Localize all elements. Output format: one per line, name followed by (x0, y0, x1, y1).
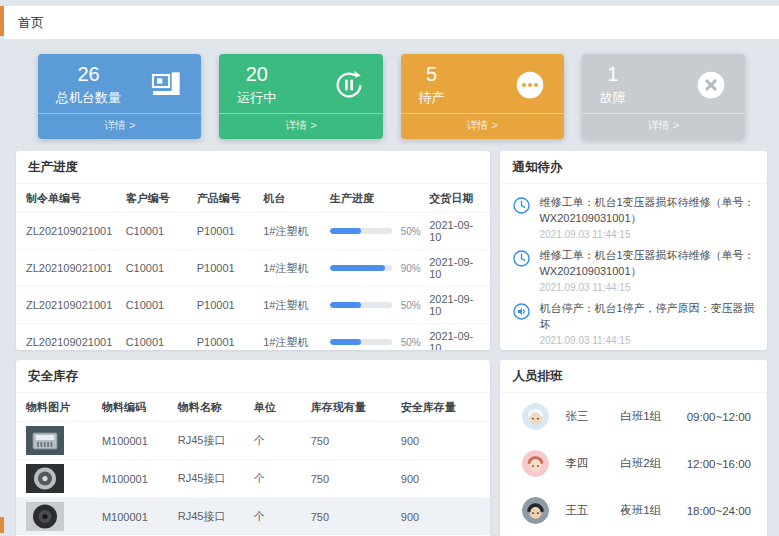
delivery-date: 2021-09-10 (419, 287, 490, 324)
customer-no: C10001 (116, 250, 187, 287)
clock-icon (512, 196, 531, 215)
staff-time: 09:00~12:00 (687, 411, 751, 423)
progress-percent: 90% (401, 263, 421, 274)
panels-grid: 生产进度 制令单编号 客户编号 产品编号 机台 生产进度 交货日期 (16, 151, 767, 536)
notification-text: 维修工单：机台1变压器损坏待维修（单号：WX202109031001） (539, 248, 755, 280)
progress-bar: 90% (330, 263, 414, 274)
machine-icon (151, 69, 183, 101)
clock-icon (512, 249, 531, 268)
delivery-date: 2021-09-10 (419, 250, 490, 287)
column-header: 制令单编号 (16, 184, 116, 213)
safety-stock-qty: 900 (391, 422, 491, 460)
stat-label: 待产 (419, 89, 445, 107)
staff-time: 12:00~16:00 (687, 458, 751, 470)
stat-detail-link[interactable]: 详情 > (582, 113, 745, 139)
product-no: P10001 (187, 324, 253, 351)
material-name: RJ45接口 (168, 460, 244, 498)
material-code: M100001 (92, 498, 168, 536)
machine: 1#注塑机 (253, 324, 319, 351)
tools-icon (695, 69, 727, 101)
column-header: 库存现有量 (301, 393, 391, 422)
production-header-row: 制令单编号 客户编号 产品编号 机台 生产进度 交货日期 (16, 184, 490, 213)
panel-title: 生产进度 (16, 151, 490, 184)
safety-stock-qty: 900 (391, 460, 491, 498)
column-header: 物料编码 (92, 393, 168, 422)
column-header: 物料名称 (168, 393, 244, 422)
order-no: ZL202109021001 (16, 250, 116, 287)
tab-home[interactable]: 首页 (18, 14, 44, 32)
stock-on-hand: 750 (301, 460, 391, 498)
material-unit: 个 (244, 460, 301, 498)
panel-title: 人员排班 (500, 360, 767, 393)
product-no: P10001 (187, 287, 253, 324)
stat-detail-link[interactable]: 详情 > (219, 113, 382, 139)
material-name: RJ45接口 (168, 498, 244, 536)
progress-percent: 50% (401, 337, 421, 348)
stat-card-total-machines[interactable]: 26 总机台数量 详情 > (38, 54, 201, 139)
notification-time: 2021.09.03 11:44:15 (539, 335, 755, 346)
production-row: ZL202109021001 C10001 P10001 1#注塑机 50% 2… (16, 324, 490, 351)
progress-percent: 50% (401, 300, 421, 311)
production-row: ZL202109021001 C10001 P10001 1#注塑机 50% 2… (16, 287, 490, 324)
stat-card-fault[interactable]: 1 故障 详情 > (582, 54, 745, 139)
stock-on-hand: 750 (301, 422, 391, 460)
stat-value: 1 (600, 63, 626, 86)
progress-bar: 50% (330, 300, 414, 311)
delivery-date: 2021-09-10 (419, 213, 490, 250)
inventory-header-row: 物料图片 物料编码 物料名称 单位 库存现有量 安全库存量 (16, 393, 490, 422)
progress-bar: 50% (330, 337, 414, 348)
staff-name: 王五 (565, 503, 620, 518)
notification-text: 机台停产：机台1停产，停产原因：变压器损坏 (539, 301, 755, 333)
notification-time: 2021.09.03 11:44:15 (539, 229, 755, 240)
material-name: RJ45接口 (168, 422, 244, 460)
schedule-row: 王五 夜班1组 18:00~24:00 (500, 487, 767, 534)
column-header: 产品编号 (187, 184, 253, 213)
machine: 1#注塑机 (253, 250, 319, 287)
stat-detail-link[interactable]: 详情 > (401, 113, 564, 139)
inventory-table: 物料图片 物料编码 物料名称 单位 库存现有量 安全库存量 (16, 393, 490, 535)
avatar (522, 497, 549, 524)
panel-staff-schedule: 人员排班 张三 白班1组 09:00~12:00 (500, 360, 767, 536)
machine: 1#注塑机 (253, 287, 319, 324)
column-header: 安全库存量 (391, 393, 491, 422)
schedule-row: 李四 白班2组 12:00~16:00 (500, 440, 767, 487)
production-row: ZL202109021001 C10001 P10001 1#注塑机 50% 2… (16, 213, 490, 250)
notification-item[interactable]: 维修工单：机台1变压器损坏待维修（单号：WX202109031001） 2021… (500, 241, 767, 294)
left-accent-bottom (0, 517, 4, 533)
material-code: M100001 (92, 422, 168, 460)
column-header: 物料图片 (16, 393, 92, 422)
inventory-row: M100001 RJ45接口 个 750 900 (16, 422, 490, 460)
rj45-connector-photo (26, 426, 64, 455)
panel-title: 安全库存 (16, 360, 490, 393)
stat-value: 20 (237, 63, 276, 86)
stat-label: 故障 (600, 89, 626, 107)
safety-stock-qty: 900 (391, 498, 491, 536)
column-header: 生产进度 (320, 184, 420, 213)
inventory-row: M100001 RJ45接口 个 750 900 (16, 498, 490, 536)
panel-notifications: 通知待办 维修工单：机台1变压器损坏待维修（单号：WX202109031001）… (500, 151, 767, 350)
inventory-row: M100001 RJ45接口 个 750 900 (16, 460, 490, 498)
staff-shift: 夜班1组 (620, 503, 686, 518)
order-no: ZL202109021001 (16, 287, 116, 324)
speaker-icon (512, 302, 531, 321)
topbar: 首页 (4, 6, 779, 40)
order-no: ZL202109021001 (16, 213, 116, 250)
stat-value: 26 (56, 63, 121, 86)
stat-detail-link[interactable]: 详情 > (38, 113, 201, 139)
notification-item[interactable]: 机台停产：机台1停产，停产原因：变压器损坏 2021.09.03 11:44:1… (500, 294, 767, 347)
schedule-row: 张三 白班1组 09:00~12:00 (500, 393, 767, 440)
ellipsis-icon (514, 69, 546, 101)
notification-item[interactable]: 计划暂停：机台1生产计划已暂停 2021.09.03 11:44:15 (500, 347, 767, 350)
stat-card-running[interactable]: 20 运行中 详情 > (219, 54, 382, 139)
panel-title: 通知待办 (500, 151, 767, 184)
order-no: ZL202109021001 (16, 324, 116, 351)
notification-item[interactable]: 维修工单：机台1变压器损坏待维修（单号：WX202109031001） 2021… (500, 188, 767, 241)
customer-no: C10001 (116, 287, 187, 324)
delivery-date: 2021-09-10 (419, 324, 490, 351)
stat-card-waiting[interactable]: 5 待产 详情 > (401, 54, 564, 139)
column-header: 交货日期 (419, 184, 490, 213)
speaker-photo (26, 502, 64, 531)
staff-shift: 白班2组 (620, 456, 686, 471)
production-row: ZL202109021001 C10001 P10001 1#注塑机 90% 2… (16, 250, 490, 287)
material-unit: 个 (244, 422, 301, 460)
